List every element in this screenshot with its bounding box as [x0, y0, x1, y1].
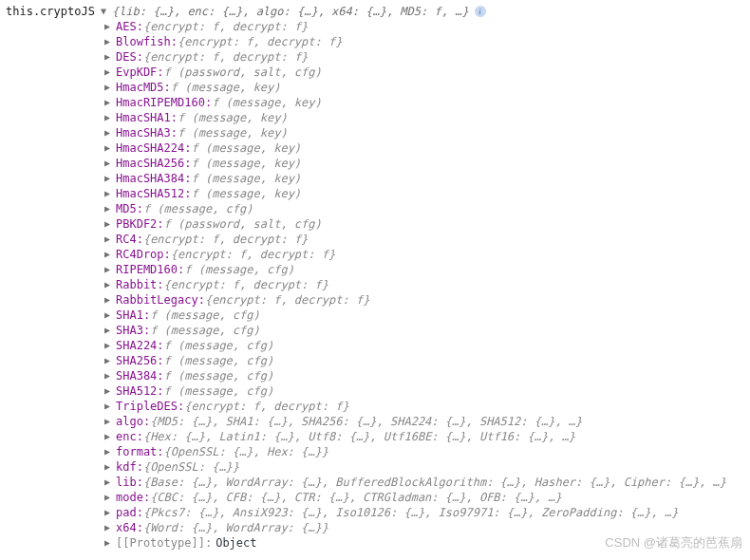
tree-row[interactable]: ▶SHA3: f (message, cfg)	[104, 323, 750, 338]
tree-row[interactable]: ▶HmacSHA3: f (message, key)	[104, 125, 750, 140]
info-icon[interactable]: i	[475, 6, 486, 17]
tree-row[interactable]: ▶HmacSHA384: f (message, key)	[104, 171, 750, 186]
triangle-right-icon[interactable]: ▶	[104, 216, 116, 232]
tree-row[interactable]: ▶RC4Drop: {encrypt: f, decrypt: f}	[104, 247, 750, 262]
triangle-right-icon[interactable]: ▶	[104, 34, 116, 49]
property-key: SHA256:	[116, 353, 164, 368]
triangle-right-icon[interactable]: ▶	[104, 414, 116, 429]
tree-row[interactable]: ▶SHA224: f (message, cfg)	[104, 338, 750, 353]
tree-row[interactable]: ▶PBKDF2: f (password, salt, cfg)	[104, 216, 750, 232]
tree-row[interactable]: ▶algo: {MD5: {…}, SHA1: {…}, SHA256: {…}…	[104, 414, 750, 429]
triangle-right-icon[interactable]: ▶	[104, 353, 116, 368]
triangle-right-icon[interactable]: ▶	[104, 368, 116, 383]
tree-row[interactable]: ▶AES: {encrypt: f, decrypt: f}	[104, 19, 750, 34]
tree-row[interactable]: ▶HmacSHA512: f (message, key)	[104, 186, 750, 201]
triangle-right-icon[interactable]: ▶	[104, 156, 116, 171]
tree-row[interactable]: ▶format: {OpenSSL: {…}, Hex: {…}}	[104, 444, 750, 459]
tree-row[interactable]: ▶HmacSHA1: f (message, key)	[104, 110, 750, 125]
triangle-right-icon[interactable]: ▶	[104, 490, 116, 505]
property-value: f (message, key)	[191, 140, 301, 156]
triangle-right-icon[interactable]: ▶	[104, 247, 116, 262]
tree-row[interactable]: ▶SHA512: f (message, cfg)	[104, 383, 750, 399]
tree-row[interactable]: ▶lib: {Base: {…}, WordArray: {…}, Buffer…	[104, 475, 750, 490]
property-key: kdf:	[116, 459, 143, 475]
triangle-right-icon[interactable]: ▶	[104, 65, 116, 80]
property-key: SHA3:	[116, 323, 150, 338]
triangle-right-icon[interactable]: ▶	[104, 292, 116, 308]
property-key: lib:	[116, 475, 143, 490]
triangle-right-icon[interactable]: ▶	[104, 535, 116, 551]
tree-row[interactable]: ▶HmacRIPEMD160: f (message, key)	[104, 95, 750, 110]
triangle-right-icon[interactable]: ▶	[104, 201, 116, 216]
tree-row[interactable]: ▶DES: {encrypt: f, decrypt: f}	[104, 49, 750, 65]
property-value: {OpenSSL: {…}, Hex: {…}}	[164, 444, 328, 459]
tree-row[interactable]: ▶SHA1: f (message, cfg)	[104, 308, 750, 323]
property-key: HmacSHA224:	[116, 140, 191, 156]
tree-row[interactable]: ▶RabbitLegacy: {encrypt: f, decrypt: f}	[104, 292, 750, 308]
tree-row[interactable]: ▶mode: {CBC: {…}, CFB: {…}, CTR: {…}, CT…	[104, 490, 750, 505]
triangle-right-icon[interactable]: ▶	[104, 383, 116, 399]
tree-row[interactable]: ▶x64: {Word: {…}, WordArray: {…}}	[104, 520, 750, 535]
tree-row[interactable]: ▶Blowfish: {encrypt: f, decrypt: f}	[104, 34, 750, 49]
tree-row[interactable]: ▶HmacSHA256: f (message, key)	[104, 156, 750, 171]
triangle-right-icon[interactable]: ▶	[104, 49, 116, 65]
tree-row[interactable]: ▶RIPEMD160: f (message, cfg)	[104, 262, 750, 277]
property-key: EvpKDF:	[116, 65, 164, 80]
property-value: f (message, cfg)	[164, 353, 274, 368]
property-value: f (message, cfg)	[150, 308, 260, 323]
tree-row[interactable]: ▶SHA384: f (message, cfg)	[104, 368, 750, 383]
triangle-right-icon[interactable]: ▶	[104, 95, 116, 110]
triangle-right-icon[interactable]: ▶	[104, 475, 116, 490]
property-value: f (password, salt, cfg)	[164, 216, 322, 232]
triangle-right-icon[interactable]: ▶	[104, 171, 116, 186]
triangle-right-icon[interactable]: ▶	[104, 459, 116, 475]
root-object-line[interactable]: this.cryptoJS ▼ {lib: {…}, enc: {…}, alg…	[0, 4, 750, 19]
tree-row[interactable]: ▶RC4: {encrypt: f, decrypt: f}	[104, 232, 750, 247]
triangle-right-icon[interactable]: ▶	[104, 19, 116, 34]
property-key: HmacSHA1:	[116, 110, 178, 125]
triangle-right-icon[interactable]: ▶	[104, 140, 116, 156]
property-key: MD5:	[116, 201, 143, 216]
tree-row-proto[interactable]: ▶[[Prototype]]:Object	[104, 535, 750, 551]
property-value: f (message, key)	[178, 110, 288, 125]
triangle-right-icon[interactable]: ▶	[104, 186, 116, 201]
triangle-right-icon[interactable]: ▶	[104, 262, 116, 277]
property-value: {encrypt: f, decrypt: f}	[143, 49, 308, 65]
property-key: Rabbit:	[116, 277, 164, 292]
property-key: x64:	[116, 520, 143, 535]
property-key: AES:	[116, 19, 143, 34]
property-key: DES:	[116, 49, 143, 65]
property-key: RC4Drop:	[116, 247, 171, 262]
tree-row[interactable]: ▶SHA256: f (message, cfg)	[104, 353, 750, 368]
tree-row[interactable]: ▶kdf: {OpenSSL: {…}}	[104, 459, 750, 475]
triangle-right-icon[interactable]: ▶	[104, 232, 116, 247]
triangle-right-icon[interactable]: ▶	[104, 277, 116, 292]
tree-row[interactable]: ▶HmacMD5: f (message, key)	[104, 80, 750, 95]
tree-row[interactable]: ▶enc: {Hex: {…}, Latin1: {…}, Utf8: {…},…	[104, 429, 750, 444]
triangle-right-icon[interactable]: ▶	[104, 125, 116, 140]
triangle-right-icon[interactable]: ▶	[104, 505, 116, 520]
triangle-right-icon[interactable]: ▶	[104, 399, 116, 414]
property-key: RC4:	[116, 232, 143, 247]
tree-row[interactable]: ▶pad: {Pkcs7: {…}, AnsiX923: {…}, Iso101…	[104, 505, 750, 520]
triangle-down-icon[interactable]: ▼	[101, 4, 112, 19]
tree-row[interactable]: ▶MD5: f (message, cfg)	[104, 201, 750, 216]
tree-row[interactable]: ▶Rabbit: {encrypt: f, decrypt: f}	[104, 277, 750, 292]
triangle-right-icon[interactable]: ▶	[104, 429, 116, 444]
property-value: f (message, cfg)	[164, 383, 274, 399]
tree-row[interactable]: ▶HmacSHA224: f (message, key)	[104, 140, 750, 156]
tree-row[interactable]: ▶TripleDES: {encrypt: f, decrypt: f}	[104, 399, 750, 414]
property-key: HmacRIPEMD160:	[116, 95, 212, 110]
property-key: HmacSHA512:	[116, 186, 191, 201]
property-value: f (password, salt, cfg)	[164, 65, 322, 80]
property-key: RabbitLegacy:	[116, 292, 205, 308]
triangle-right-icon[interactable]: ▶	[104, 520, 116, 535]
triangle-right-icon[interactable]: ▶	[104, 110, 116, 125]
triangle-right-icon[interactable]: ▶	[104, 323, 116, 338]
triangle-right-icon[interactable]: ▶	[104, 308, 116, 323]
tree-row[interactable]: ▶EvpKDF: f (password, salt, cfg)	[104, 65, 750, 80]
triangle-right-icon[interactable]: ▶	[104, 80, 116, 95]
triangle-right-icon[interactable]: ▶	[104, 444, 116, 459]
property-value: {encrypt: f, decrypt: f}	[184, 399, 348, 414]
triangle-right-icon[interactable]: ▶	[104, 338, 116, 353]
